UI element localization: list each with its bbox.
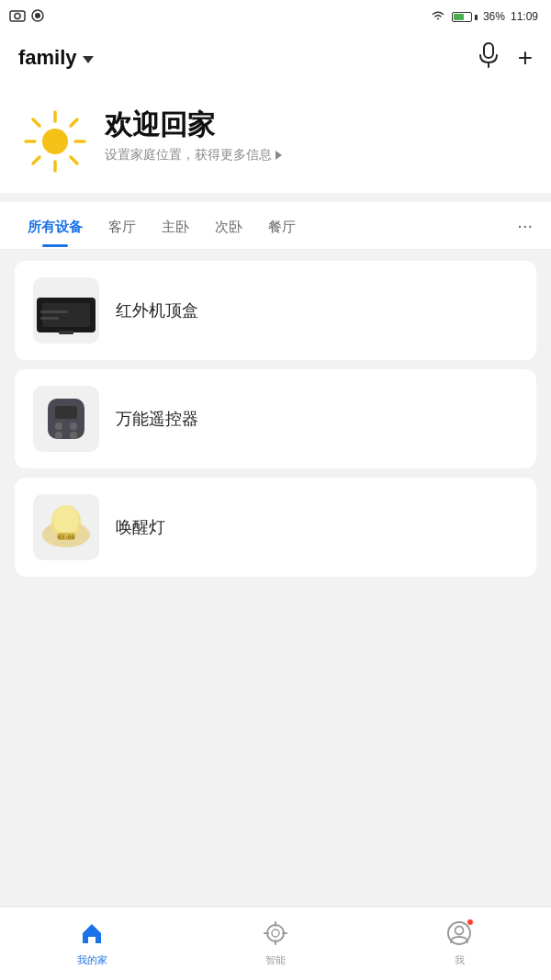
nav-item-home[interactable]: 我的家 <box>0 920 184 967</box>
device-icon-lamp: 03:00 <box>33 494 99 560</box>
svg-point-22 <box>55 422 62 430</box>
chevron-right-icon <box>276 151 282 160</box>
time-display: 11:09 <box>511 10 538 23</box>
bottom-nav: 我的家 智能 我 <box>0 907 551 980</box>
tab-secondary-bedroom[interactable]: 次卧 <box>202 204 255 247</box>
device-icon-tv-box <box>33 277 99 344</box>
tab-dining-room[interactable]: 餐厅 <box>255 204 309 247</box>
battery-icon <box>452 10 478 23</box>
status-bar: 36% 11:09 <box>0 0 551 33</box>
photo-icon <box>9 9 26 25</box>
svg-rect-18 <box>40 310 68 313</box>
nav-item-me[interactable]: 我 <box>367 920 551 967</box>
battery-percent: 36% <box>483 10 505 23</box>
welcome-title: 欢迎回家 <box>105 108 529 141</box>
circle-icon <box>31 9 44 25</box>
svg-point-23 <box>70 422 77 430</box>
family-selector[interactable]: family <box>18 46 94 70</box>
nav-label-me: 我 <box>455 953 465 967</box>
svg-point-3 <box>35 13 40 18</box>
welcome-subtitle[interactable]: 设置家庭位置，获得更多信息 <box>105 147 529 163</box>
svg-point-31 <box>267 925 284 941</box>
nav-icon-me <box>446 920 472 950</box>
svg-text:03:00: 03:00 <box>58 534 74 540</box>
status-right: 36% 11:09 <box>430 9 538 24</box>
wifi-icon <box>430 9 446 24</box>
svg-rect-4 <box>484 43 493 58</box>
add-icon[interactable]: + <box>518 43 533 73</box>
device-name-remote: 万能遥控器 <box>116 408 198 430</box>
nav-label-home: 我的家 <box>77 953 107 967</box>
svg-point-14 <box>42 129 68 154</box>
tab-all-devices[interactable]: 所有设备 <box>15 204 96 247</box>
device-name-lamp: 唤醒灯 <box>116 516 165 538</box>
device-icon-remote <box>33 386 99 452</box>
notification-badge <box>467 918 474 926</box>
svg-line-11 <box>71 157 77 163</box>
device-name-tv-box: 红外机顶盒 <box>116 299 198 321</box>
svg-line-10 <box>33 119 39 126</box>
nav-item-smart[interactable]: 智能 <box>184 920 367 967</box>
svg-point-36 <box>272 929 279 937</box>
device-card-remote[interactable]: 万能遥控器 <box>15 369 536 468</box>
microphone-icon[interactable] <box>478 42 500 73</box>
welcome-subtitle-text: 设置家庭位置，获得更多信息 <box>105 147 272 163</box>
tabs-more-button[interactable]: ··· <box>513 202 536 249</box>
welcome-section: 欢迎回家 设置家庭位置，获得更多信息 <box>0 86 551 193</box>
svg-rect-21 <box>55 406 77 419</box>
tab-master-bedroom[interactable]: 主卧 <box>149 204 202 247</box>
svg-rect-17 <box>59 331 73 334</box>
svg-point-28 <box>53 505 79 535</box>
svg-point-25 <box>70 432 77 439</box>
chevron-down-icon <box>83 56 94 63</box>
svg-point-38 <box>455 927 464 935</box>
svg-line-12 <box>71 119 77 126</box>
welcome-text: 欢迎回家 设置家庭位置，获得更多信息 <box>105 108 529 163</box>
nav-icon-smart <box>263 920 288 950</box>
status-left <box>9 9 44 25</box>
svg-point-24 <box>55 432 62 439</box>
nav-icon-home <box>79 920 105 950</box>
svg-rect-19 <box>40 317 59 320</box>
sun-icon <box>22 108 88 175</box>
tab-living-room[interactable]: 客厅 <box>96 204 149 247</box>
device-card-lamp[interactable]: 03:00 唤醒灯 <box>15 478 536 577</box>
header-icons: + <box>478 42 533 73</box>
svg-rect-16 <box>42 303 90 327</box>
svg-point-1 <box>15 13 20 18</box>
nav-label-smart: 智能 <box>265 953 286 967</box>
svg-line-13 <box>33 157 39 163</box>
device-card-tv-box[interactable]: 红外机顶盒 <box>15 261 536 360</box>
device-list: 红外机顶盒 万能遥控器 03:00 <box>0 250 551 588</box>
family-label: family <box>18 46 77 70</box>
header: family + <box>0 33 551 86</box>
svg-rect-0 <box>10 11 25 21</box>
tabs-section: 所有设备 客厅 主卧 次卧 餐厅 ··· <box>0 202 551 250</box>
